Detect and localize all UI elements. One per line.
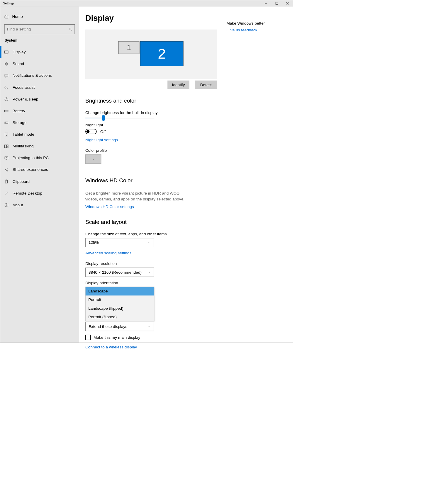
orientation-option-portrait[interactable]: Portrait [86,295,154,304]
svg-point-31 [6,204,6,204]
chevron-down-icon [148,241,151,244]
feedback-link[interactable]: Give us feedback [226,28,265,33]
slider-thumb[interactable] [102,115,105,121]
color-profile-select[interactable] [85,154,101,164]
home-link[interactable]: Home [0,12,79,21]
sidebar: Home System Display Sound Notifications … [0,6,79,342]
display-icon [4,50,9,54]
chevron-down-icon [92,158,95,161]
notifications-icon [4,74,9,78]
nav-notifications[interactable]: Notifications & actions [0,70,79,81]
svg-point-21 [5,169,6,170]
search-input[interactable] [7,27,69,32]
orientation-option-landscape-flipped[interactable]: Landscape (flipped) [86,304,154,313]
monitor-arrangement[interactable]: 1 2 [85,30,217,79]
night-light-state: Off [100,129,106,134]
svg-line-5 [71,30,72,30]
orientation-option-landscape[interactable]: Landscape [86,287,154,295]
night-light-settings-link[interactable]: Night light settings [85,138,218,142]
monitor-1[interactable]: 1 [118,41,139,54]
identify-button[interactable]: Identify [167,81,189,89]
brightness-slider[interactable] [85,118,154,118]
orientation-label: Display orientation [85,280,218,285]
nav-power[interactable]: Power & sleep [0,93,79,105]
home-label: Home [12,14,23,19]
sound-icon [4,62,9,66]
nav-remote[interactable]: Remote Desktop [0,187,79,199]
night-light-label: Night light [85,123,218,127]
home-icon [4,14,9,19]
svg-point-4 [69,28,71,30]
storage-icon [4,120,9,125]
svg-rect-20 [5,157,8,159]
window-title: Settings [0,1,261,5]
close-button[interactable] [282,0,293,6]
main-content: Display 1 2 Identify Detect Brightness a… [79,6,293,342]
multi-display-select[interactable]: Extend these displays [85,322,154,331]
orientation-option-portrait-flipped[interactable]: Portrait (flipped) [86,313,154,321]
nav-multitasking[interactable]: Multitasking [0,140,79,152]
svg-point-14 [5,122,6,123]
svg-rect-8 [5,74,8,77]
main-display-checkbox[interactable] [85,335,91,340]
brightness-label: Change brightness for the built-in displ… [85,110,218,115]
clipboard-icon [4,179,9,184]
detect-button[interactable]: Detect [195,81,217,89]
nav-shared[interactable]: Shared experiences [0,164,79,176]
nav-battery[interactable]: Battery [0,105,79,117]
search-box[interactable] [4,24,75,34]
nav-focus-assist[interactable]: Focus assist [0,81,79,93]
nav-tablet[interactable]: Tablet mode [0,129,79,140]
svg-point-23 [7,171,8,171]
svg-rect-11 [5,110,8,112]
power-icon [4,97,9,101]
nav-storage[interactable]: Storage [0,117,79,128]
settings-window: Settings Home System Display Sound [0,0,293,343]
shared-icon [4,168,9,172]
wireless-display-link[interactable]: Connect to a wireless display [85,345,218,350]
nav-clipboard[interactable]: Clipboard [0,176,79,187]
minimize-button[interactable] [261,0,272,6]
night-light-toggle[interactable] [85,129,97,134]
svg-rect-12 [8,110,8,111]
svg-rect-1 [276,2,278,4]
nav-projecting[interactable]: Projecting to this PC [0,152,79,164]
main-display-checkbox-row[interactable]: Make this my main display [85,335,218,340]
main-display-label: Make this my main display [94,335,140,340]
maximize-button[interactable] [271,0,282,6]
svg-rect-17 [5,145,6,148]
nav-about[interactable]: About [0,199,79,211]
about-icon [4,203,9,207]
battery-icon [4,109,9,113]
color-profile-label: Color profile [85,148,218,153]
chevron-down-icon [148,325,151,328]
svg-line-24 [6,169,7,169]
right-pane: Make Windows better Give us feedback [218,6,265,342]
resolution-select[interactable]: 3840 × 2160 (Recommended) [85,268,154,277]
remote-icon [4,191,9,195]
scale-label: Change the size of text, apps, and other… [85,232,218,236]
advanced-scaling-link[interactable]: Advanced scaling settings [85,251,218,256]
svg-rect-6 [5,51,8,53]
scale-select[interactable]: 125% [85,238,154,247]
nav-display[interactable]: Display [0,46,79,58]
svg-line-28 [5,192,8,195]
nav-list: Display Sound Notifications & actions Fo… [0,46,79,211]
orientation-dropdown[interactable]: Landscape Portrait Landscape (flipped) P… [85,287,154,321]
monitor-2[interactable]: 2 [140,41,184,66]
search-icon [69,28,72,31]
titlebar: Settings [0,0,293,7]
svg-point-22 [7,168,8,169]
chevron-down-icon [148,271,151,274]
resolution-label: Display resolution [85,261,218,266]
hd-color-link[interactable]: Windows HD Color settings [85,205,218,209]
svg-rect-18 [6,145,8,146]
page-title: Display [85,14,218,23]
hd-color-description: Get a brighter, more vibrant picture in … [85,190,189,202]
projecting-icon [4,156,9,160]
focus-assist-icon [4,85,9,90]
nav-sound[interactable]: Sound [0,58,79,70]
svg-line-25 [6,170,7,171]
window-controls [261,0,293,6]
brightness-section-heading: Brightness and color [85,98,218,104]
